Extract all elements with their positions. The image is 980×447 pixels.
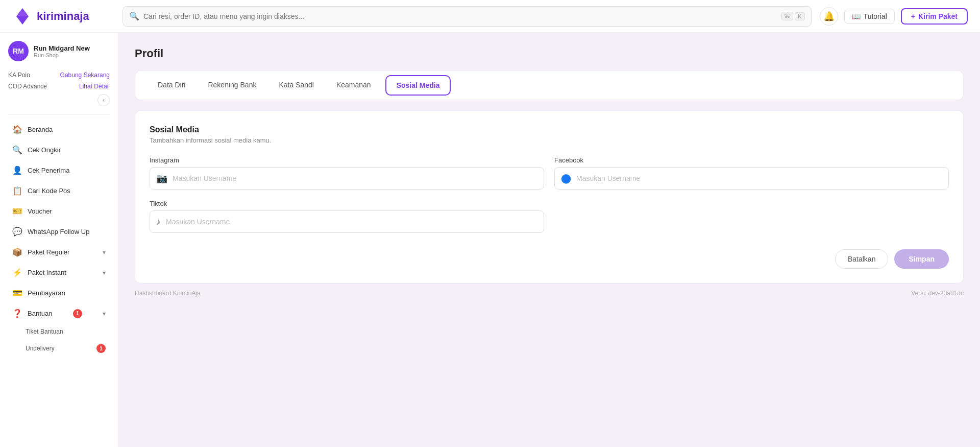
facebook-input[interactable] (576, 174, 942, 182)
sidebar-item-undelivery[interactable]: Undelivery 1 (4, 340, 114, 357)
sidebar-item-paket-reguler[interactable]: 📦 Paket Reguler ▾ (4, 242, 114, 262)
sidebar-item-cek-ongkir-label: Cek Ongkir (28, 146, 61, 154)
user-info: Run Midgard New Run Shop (34, 44, 90, 58)
sidebar-item-tiket-bantuan[interactable]: Tiket Bantuan (4, 324, 114, 339)
ka-poin-label: KA Poin (8, 72, 30, 79)
tab-keamanan[interactable]: Keamanan (326, 72, 381, 99)
tiktok-input[interactable] (166, 218, 537, 226)
collapse-button[interactable]: ‹ (97, 94, 110, 106)
sidebar-item-pembayaran-label: Pembayaran (28, 289, 65, 297)
whatsapp-icon: 💬 (12, 227, 22, 237)
tab-sosial-media[interactable]: Sosial Media (385, 75, 451, 96)
save-button[interactable]: Simpan (894, 249, 949, 269)
cod-advance-label: COD Advance (8, 83, 47, 90)
facebook-label: Facebook (554, 156, 949, 164)
sidebar-item-cek-ongkir[interactable]: 🔍 Cek Ongkir (4, 140, 114, 160)
sidebar-info: KA Poin Gabung Sekarang COD Advance Liha… (0, 69, 118, 92)
search-input[interactable] (143, 12, 777, 20)
sidebar-item-cek-penerima-label: Cek Penerima (28, 167, 69, 174)
tutorial-icon: 📖 (852, 12, 861, 20)
kodepos-icon: 📋 (12, 186, 22, 196)
facebook-group: Facebook ⬤ (554, 156, 949, 190)
home-icon: 🏠 (12, 125, 22, 134)
logo-area: kiriminaja (12, 6, 114, 27)
cancel-button[interactable]: Batalkan (835, 249, 888, 269)
kbd-k: K (795, 12, 804, 20)
search-icon: 🔍 (129, 11, 139, 21)
sidebar-divider (8, 114, 110, 115)
topnav: kiriminaja 🔍 ⌘ K 🔔 📖 Tutorial + Kirim Pa… (0, 0, 980, 33)
chevron-down-icon: ▾ (103, 249, 106, 256)
tutorial-button[interactable]: 📖 Tutorial (844, 9, 895, 24)
sidebar-item-paket-reguler-label: Paket Reguler (28, 248, 69, 256)
instagram-input-wrap: 📷 (150, 167, 544, 190)
svg-marker-1 (16, 10, 29, 16)
sidebar: RM Run Midgard New Run Shop KA Poin Gabu… (0, 33, 118, 447)
paket-reguler-icon: 📦 (12, 247, 22, 257)
sidebar-nav: 🏠 Beranda 🔍 Cek Ongkir 👤 Cek Penerima 📋 … (0, 119, 118, 358)
paket-instant-icon: ⚡ (12, 268, 22, 277)
logo-icon (12, 6, 33, 27)
footer-right: Versi: dev-23a81dc (911, 290, 964, 297)
tiktok-label: Tiktok (150, 200, 544, 207)
instagram-input[interactable] (173, 174, 537, 182)
person-icon: 👤 (12, 166, 22, 175)
section-title: Sosial Media (150, 125, 949, 134)
notification-button[interactable]: 🔔 (820, 7, 838, 26)
sidebar-item-whatsapp-follow-up-label: WhatsApp Follow Up (28, 228, 89, 236)
logo-text: kiriminaja (37, 10, 89, 23)
tiktok-input-wrap: ♪ (150, 210, 544, 233)
sidebar-item-voucher[interactable]: 🎫 Voucher (4, 201, 114, 221)
bantuan-icon: ❓ (12, 309, 22, 318)
form-actions: Batalkan Simpan (150, 249, 949, 269)
tutorial-label: Tutorial (864, 12, 887, 20)
undelivery-badge: 1 (96, 344, 106, 353)
form-card: Sosial Media Tambahkan informasi sosial … (135, 110, 964, 284)
avatar: RM (8, 41, 29, 61)
sidebar-item-pembayaran[interactable]: 💳 Pembayaran (4, 283, 114, 303)
instagram-icon: 📷 (156, 173, 167, 184)
sidebar-item-cek-penerima[interactable]: 👤 Cek Penerima (4, 160, 114, 180)
sidebar-item-bantuan[interactable]: ❓ Bantuan 1 ▾ (4, 303, 114, 323)
pembayaran-icon: 💳 (12, 288, 22, 298)
sidebar-item-paket-instant-label: Paket Instant (28, 269, 66, 276)
user-shop: Run Shop (34, 52, 90, 58)
sidebar-item-voucher-label: Voucher (28, 207, 52, 215)
nav-actions: 🔔 📖 Tutorial + Kirim Paket (820, 7, 968, 26)
collapse-area: ‹ (0, 94, 118, 110)
content-area: Profil Data Diri Rekening Bank Kata Sand… (118, 33, 980, 447)
chevron-down-instant-icon: ▾ (103, 269, 106, 276)
user-profile: RM Run Midgard New Run Shop (0, 41, 118, 69)
bantuan-badge: 1 (73, 309, 82, 318)
tiket-bantuan-label: Tiket Bantuan (26, 328, 63, 335)
kirim-paket-button[interactable]: + Kirim Paket (901, 8, 968, 25)
cod-advance-row: COD Advance Lihat Detail (8, 81, 110, 92)
kirim-label: Kirim Paket (918, 12, 958, 20)
tabs-card: Data Diri Rekening Bank Kata Sandi Keama… (135, 70, 964, 100)
section-subtitle: Tambahkan informasi sosial media kamu. (150, 136, 949, 144)
sidebar-item-cari-kode-pos[interactable]: 📋 Cari Kode Pos (4, 181, 114, 201)
user-name: Run Midgard New (34, 44, 90, 52)
chevron-down-bantuan-icon: ▾ (103, 310, 106, 317)
form-grid-top: Instagram 📷 Facebook ⬤ (150, 156, 949, 190)
sidebar-item-bantuan-label: Bantuan (28, 310, 52, 317)
tiktok-icon: ♪ (156, 217, 161, 227)
main-layout: RM Run Midgard New Run Shop KA Poin Gabu… (0, 33, 980, 447)
sidebar-item-paket-instant[interactable]: ⚡ Paket Instant ▾ (4, 263, 114, 283)
sidebar-item-whatsapp-follow-up[interactable]: 💬 WhatsApp Follow Up (4, 222, 114, 242)
plus-icon: + (911, 12, 915, 20)
gabung-sekarang-link[interactable]: Gabung Sekarang (60, 72, 110, 79)
search-bar[interactable]: 🔍 ⌘ K (122, 6, 812, 27)
tiktok-group: Tiktok ♪ (150, 200, 544, 233)
tiktok-section: Tiktok ♪ (150, 200, 544, 233)
keyboard-hint: ⌘ K (781, 12, 804, 20)
instagram-group: Instagram 📷 (150, 156, 544, 190)
tab-rekening-bank[interactable]: Rekening Bank (198, 72, 266, 99)
tab-data-diri[interactable]: Data Diri (148, 72, 195, 99)
content-footer: Dashshboard KiriminAja Versi: dev-23a81d… (135, 284, 964, 297)
page-title: Profil (135, 47, 964, 60)
facebook-input-wrap: ⬤ (554, 167, 949, 190)
lihat-detail-link[interactable]: Lihat Detail (79, 83, 110, 90)
sidebar-item-beranda[interactable]: 🏠 Beranda (4, 120, 114, 139)
tab-kata-sandi[interactable]: Kata Sandi (268, 72, 324, 99)
